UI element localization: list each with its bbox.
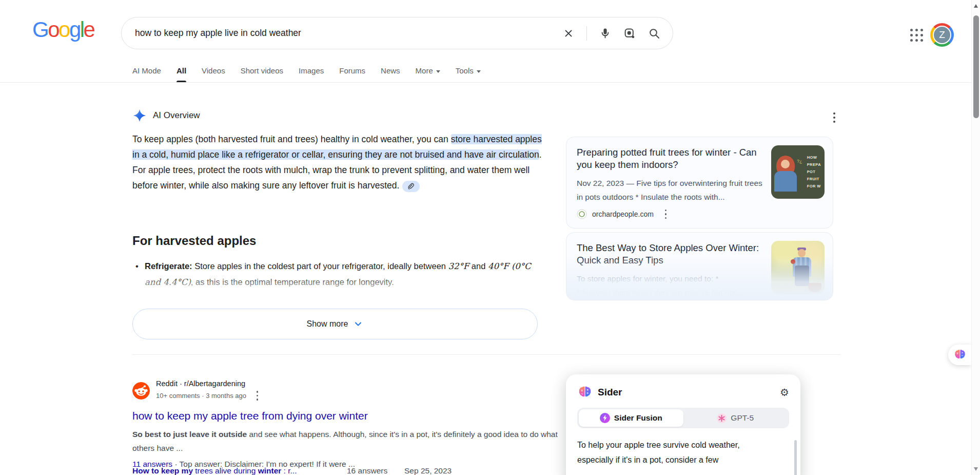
temperature-value: 32°F bbox=[448, 261, 469, 271]
sub-result-date: Sep 25, 2023 bbox=[404, 466, 452, 475]
ai-overview-title: AI Overview bbox=[153, 110, 200, 121]
logo-letter: G bbox=[32, 17, 48, 42]
show-more-label: Show more bbox=[307, 319, 348, 329]
tab-all[interactable]: All bbox=[177, 66, 186, 82]
logo-letter: g bbox=[69, 17, 80, 42]
search-input[interactable]: how to keep my apple live in cold weathe… bbox=[135, 28, 563, 39]
source-card-snippet: Nov 22, 2023 — Five tips for overwinteri… bbox=[577, 176, 767, 204]
search-box[interactable]: how to keep my apple live in cold weathe… bbox=[121, 17, 673, 49]
tab-images[interactable]: Images bbox=[299, 66, 324, 82]
search-header: Google how to keep my apple live in cold… bbox=[0, 0, 971, 83]
section-divider bbox=[132, 354, 840, 355]
sider-brain-logo-icon bbox=[953, 348, 967, 362]
paragraph-text: To keep apples (both harvested fruit and… bbox=[132, 134, 451, 144]
show-more-button[interactable]: Show more bbox=[132, 309, 538, 339]
site-favicon bbox=[577, 209, 587, 219]
clear-search-icon[interactable] bbox=[563, 28, 574, 39]
ai-sparkle-icon bbox=[132, 108, 147, 123]
citation-link-chip[interactable] bbox=[402, 181, 420, 192]
source-card-title[interactable]: Preparing potted fruit trees for winter … bbox=[577, 146, 764, 171]
logo-letter: o bbox=[58, 17, 69, 42]
result-snippet: So best to just leave it outside and see… bbox=[132, 427, 559, 455]
source-card-title[interactable]: The Best Way to Store Apples Over Winter… bbox=[577, 242, 764, 267]
card-menu-icon[interactable] bbox=[663, 207, 669, 221]
reddit-favicon[interactable] bbox=[132, 382, 150, 400]
ai-bullet-item: • Refrigerate: Store apples in the colde… bbox=[132, 258, 543, 306]
lens-camera-icon[interactable] bbox=[623, 27, 636, 40]
source-card[interactable]: Preparing potted fruit trees for winter … bbox=[566, 137, 833, 229]
tab-forums[interactable]: Forums bbox=[339, 66, 365, 82]
ai-overview-paragraph: To keep apples (both harvested fruit and… bbox=[132, 131, 543, 193]
result-meta: 10+ comments · 3 months ago bbox=[156, 391, 246, 400]
ai-overview-menu-icon[interactable] bbox=[831, 110, 837, 125]
sider-brain-logo-icon bbox=[577, 385, 593, 400]
voice-search-icon[interactable] bbox=[599, 27, 611, 39]
logo-letter: o bbox=[48, 17, 58, 42]
source-domain[interactable]: orchardpeople.com bbox=[592, 210, 654, 218]
scrollbar-thumb[interactable] bbox=[973, 15, 979, 118]
sider-answer-text: To help your apple tree survive cold wea… bbox=[577, 438, 789, 467]
result-source[interactable]: Reddit · r/Albertagardening bbox=[156, 379, 260, 389]
tab-gpt-5[interactable]: GPT-5 bbox=[683, 409, 788, 427]
scroll-down-arrow-icon[interactable] bbox=[974, 467, 978, 471]
temperature-value: 40°F bbox=[488, 261, 509, 271]
logo-letter: e bbox=[84, 17, 94, 42]
tab-more[interactable]: More bbox=[416, 66, 440, 82]
account-avatar[interactable]: Z bbox=[930, 23, 954, 47]
sider-extension-panel: Sider ⚙ Sider Fusion GPT-5 bbox=[566, 374, 800, 475]
logo-letter: l bbox=[80, 17, 84, 42]
sider-floating-button[interactable] bbox=[948, 345, 971, 365]
ai-section-heading: For harvested apples bbox=[132, 234, 256, 248]
google-search-page: Google how to keep my apple live in cold… bbox=[0, 0, 980, 475]
tab-short-videos[interactable]: Short videos bbox=[241, 66, 283, 82]
source-card-snippet-faded: **Harvest them when they are mature but … bbox=[577, 288, 742, 297]
bullet-marker: • bbox=[135, 258, 139, 274]
tab-sider-fusion[interactable]: Sider Fusion bbox=[579, 409, 683, 427]
settings-gear-icon[interactable]: ⚙ bbox=[780, 387, 789, 397]
sider-panel-scrollbar[interactable] bbox=[794, 440, 797, 475]
chevron-down-icon bbox=[353, 319, 363, 329]
avatar-letter: Z bbox=[933, 26, 951, 44]
source-card-thumbnail bbox=[771, 241, 825, 294]
tab-ai-mode[interactable]: AI Mode bbox=[132, 66, 161, 82]
search-divider bbox=[586, 26, 587, 41]
gpt-flower-icon bbox=[717, 413, 727, 423]
search-submit-icon[interactable] bbox=[648, 27, 660, 40]
sub-result-link[interactable]: How to keep my trees alive during winter… bbox=[132, 466, 297, 475]
source-card[interactable]: The Best Way to Store Apples Over Winter… bbox=[566, 232, 833, 300]
tab-news[interactable]: News bbox=[381, 66, 400, 82]
tab-videos[interactable]: Videos bbox=[202, 66, 225, 82]
source-card-thumbnail: ?¿ How Prepa Pot Fruit For w bbox=[771, 145, 825, 199]
sub-result-answers: 16 answers bbox=[347, 466, 387, 475]
scroll-up-arrow-icon[interactable] bbox=[974, 4, 978, 8]
chevron-down-icon bbox=[477, 70, 481, 73]
page-scrollbar[interactable] bbox=[971, 0, 980, 475]
result-title-link[interactable]: how to keep my apple tree from dying ove… bbox=[132, 410, 368, 422]
fusion-bolt-icon bbox=[600, 413, 610, 423]
result-menu-icon[interactable] bbox=[254, 389, 261, 403]
thumbnail-caption: How Prepa Pot Fruit For w bbox=[807, 154, 821, 190]
google-apps-icon[interactable] bbox=[910, 29, 924, 42]
source-card-snippet: To store apples for winter, you need to:… bbox=[577, 274, 719, 283]
organic-result: Reddit · r/Albertagardening 10+ comments… bbox=[132, 379, 569, 469]
sider-title: Sider bbox=[598, 387, 775, 398]
ai-overview-header: AI Overview bbox=[132, 108, 200, 123]
result-filter-tabs: AI Mode All Videos Short videos Images F… bbox=[132, 66, 481, 82]
paperclip-icon bbox=[407, 183, 415, 190]
tab-tools[interactable]: Tools bbox=[456, 66, 481, 82]
chevron-down-icon bbox=[436, 70, 440, 73]
sider-model-tabs: Sider Fusion GPT-5 bbox=[577, 408, 789, 428]
google-logo[interactable]: Google bbox=[32, 17, 94, 42]
bullet-label: Refrigerate: bbox=[145, 261, 192, 271]
